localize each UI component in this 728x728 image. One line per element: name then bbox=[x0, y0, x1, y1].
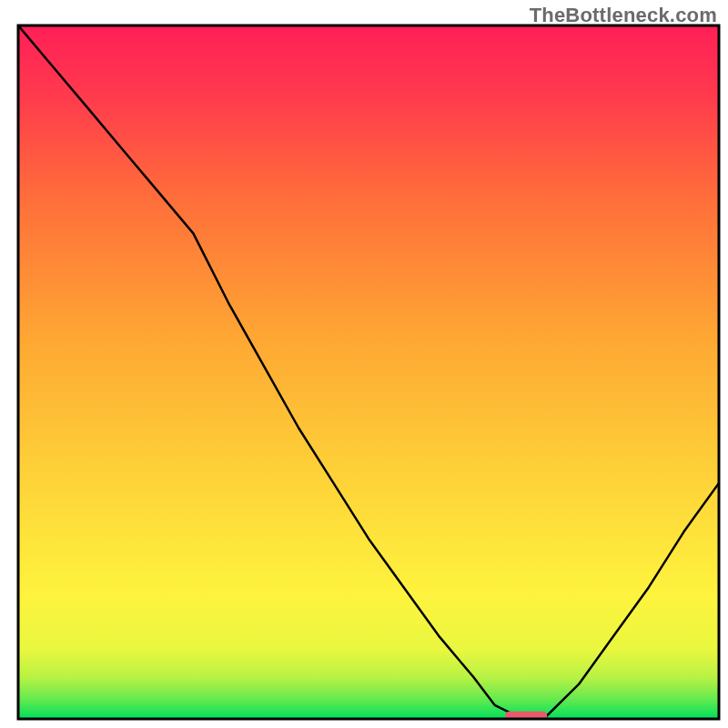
bottleneck-chart bbox=[0, 0, 728, 728]
chart-canvas: TheBottleneck.com bbox=[0, 0, 728, 728]
gradient-background bbox=[18, 25, 719, 719]
